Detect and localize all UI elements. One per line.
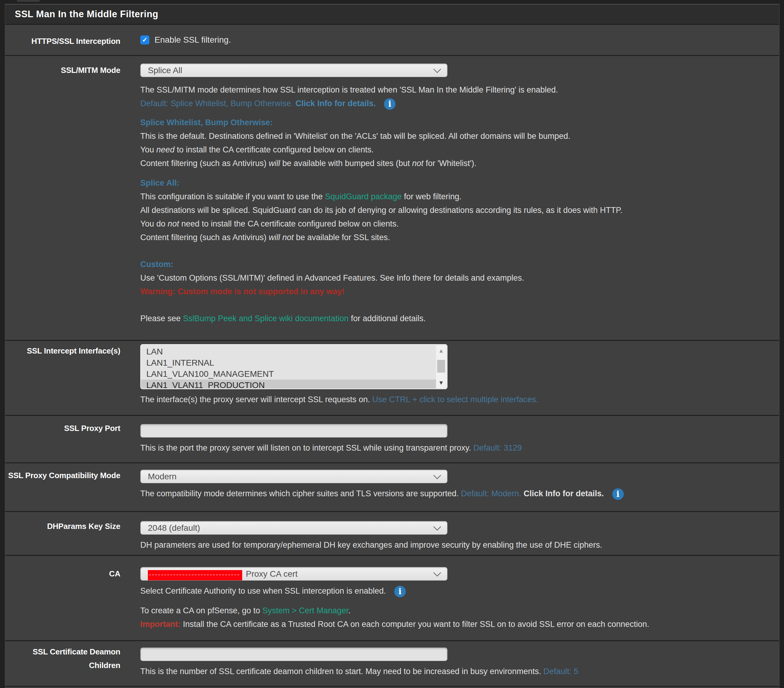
row-ssl-proxy-port: SSL Proxy Port This is the port the prox… [5,415,779,462]
info-icon[interactable]: i [394,586,406,597]
text-segment: Default: Splice Whitelist, Bump Otherwis… [140,99,295,108]
interface-option[interactable]: LAN1_INTERNAL [141,357,436,368]
mitm-mode-default-line: Default: Splice Whitelist, Bump Otherwis… [140,97,767,111]
ca-create-line: To create a CA on pfSense, go to System … [140,604,767,617]
paragraph-heading: Custom: [140,257,767,271]
paragraph-heading: Splice All: [140,176,767,190]
text-segment: will not [269,233,294,242]
text-segment: to install the CA certificate configured… [175,145,374,154]
interfaces-multiselect[interactable]: LANLAN1_INTERNALLAN1_VLAN100_MANAGEMENTL… [140,344,448,389]
compatibility-mode-select-value: Modern [148,472,176,482]
text-segment: Click Info for details. [295,99,376,108]
paragraph-line: This is the default. Destinations define… [140,129,767,143]
field-label-compatibility-mode: SSL Proxy Compatibility Mode [5,463,120,511]
text-segment: Default: 3129 [473,443,522,452]
scroll-down-icon[interactable]: ▼ [438,380,444,386]
row-partial-next [5,686,779,688]
field-label-dhparams: DHParams Key Size [5,512,120,555]
text-segment: You [140,145,156,154]
ca-select-value: Proxy CA cert [246,569,298,579]
info-icon[interactable]: i [384,98,395,110]
paragraph-line: Content filtering (such as Antivirus) wi… [140,231,767,244]
text-segment: for additional details. [349,314,426,323]
ssl-mitm-panel: SSL Man In the Middle Filtering HTTPS/SS… [5,4,779,688]
compatibility-description-text: The compatibility mode determines which … [140,489,604,498]
paragraph-splice-whitelist: Splice Whitelist, Bump Otherwise: This i… [140,116,767,170]
enable-ssl-filtering-checkbox[interactable]: ✓ [140,35,149,45]
ca-important-line: Important: Install the CA certificate as… [140,617,767,631]
text-segment: You do [140,219,168,228]
row-ca: CA Proxy CA cert Select Certificate Auth… [5,555,779,640]
text-segment: Content filtering (such as Antivirus) [140,233,269,242]
ssl-proxy-port-input[interactable] [140,424,448,437]
scrollbar-thumb[interactable] [437,360,445,373]
row-dhparams-key-size: DHParams Key Size 2048 (default) DH para… [5,511,779,555]
ca-select[interactable]: Proxy CA cert [140,567,448,581]
text-segment: DH parameters are used for temporary/eph… [140,540,602,549]
panel-header: SSL Man In the Middle Filtering [5,4,779,24]
ca-description-text: Select Certificate Authority to use when… [140,586,386,596]
text-segment: This is the port the proxy server will l… [140,443,473,452]
deamon-children-description: This is the number of SSL certificate de… [140,665,767,678]
text-segment: need to install the CA certificate confi… [179,219,399,228]
row-ssl-intercept-interfaces: SSL Intercept Interface(s) LANLAN1_INTER… [5,340,779,415]
paragraph-body: This configuration is suitable if you wa… [140,190,767,244]
paragraph-line: Use 'Custom Options (SSL/MITM)' defined … [140,271,767,285]
proxy-port-description: This is the port the proxy server will l… [140,441,767,455]
field-label-deamon-children: SSL Certificate Deamon Children [5,641,120,686]
redacted-ca-name [148,570,242,580]
text-segment: for 'Whitelist'). [423,159,476,168]
text-segment: Default: Modern. [461,489,522,498]
text-segment: The compatibility mode determines which … [140,489,461,498]
interface-option[interactable]: LAN1_VLAN11_PRODUCTION [141,379,436,389]
dhparams-key-size-select[interactable]: 2048 (default) [140,521,448,535]
text-segment: need [156,145,175,154]
text-segment: not [168,219,179,228]
ssl-mitm-mode-select[interactable]: Splice All [140,64,448,77]
field-label-interfaces: SSL Intercept Interface(s) [5,341,120,415]
text-segment: This configuration is suitable if you wa… [140,192,325,201]
paragraph-line: You do not need to install the CA certif… [140,217,767,231]
field-label-interception: HTTPS/SSL Interception [5,25,120,55]
compatibility-mode-select[interactable]: Modern [140,470,448,483]
paragraph-line: All destinations will be spliced. SquidG… [140,203,767,217]
mitm-footer-line: Please see SslBump Peek and Splice wiki … [140,312,767,325]
paragraph-heading: Splice Whitelist, Bump Otherwise: [140,116,767,129]
text-segment: Use CTRL + click to select multiple inte… [372,395,538,404]
text-segment: Please see [140,314,183,323]
text-segment: To create a CA on pfSense, go to [140,606,262,615]
interface-option[interactable]: LAN [141,346,436,357]
text-segment: Important: [140,620,181,629]
dhparams-description: DH parameters are used for temporary/eph… [140,538,767,552]
link[interactable]: SslBump Peek and Splice wiki documentati… [183,314,349,323]
scroll-up-icon[interactable]: ▲ [438,348,444,353]
text-segment: Content filtering (such as Antivirus) [140,159,269,168]
interface-option[interactable]: LAN1_VLAN100_MANAGEMENT [141,368,436,379]
info-icon[interactable]: i [612,488,624,500]
link[interactable]: SquidGuard package [325,192,402,201]
panel-title: SSL Man In the Middle Filtering [15,9,158,20]
deamon-children-input[interactable] [140,647,448,661]
text-segment: will [269,159,280,168]
text-segment: This is the number of SSL certificate de… [140,667,544,676]
chevron-down-icon [433,523,441,533]
row-ssl-proxy-compatibility-mode: SSL Proxy Compatibility Mode Modern The … [5,462,779,511]
text-segment: Install the CA certificate as a Trusted … [181,620,649,629]
paragraph-body: This is the default. Destinations define… [140,129,767,170]
enable-ssl-filtering-label[interactable]: Enable SSL filtering. [155,35,231,45]
text-segment: Select Certificate Authority to use when… [140,586,386,596]
paragraph-custom: Custom: Use 'Custom Options (SSL/MITM)' … [140,257,767,299]
text-segment: be available for SSL sites. [293,233,390,242]
interfaces-option-list: LANLAN1_INTERNALLAN1_VLAN100_MANAGEMENTL… [141,346,447,389]
link[interactable]: System > Cert Manager [262,606,348,615]
mitm-default-text: Default: Splice Whitelist, Bump Otherwis… [140,99,376,108]
chevron-down-icon [433,569,441,579]
paragraph-body: Use 'Custom Options (SSL/MITM)' defined … [140,271,767,299]
text-segment: not [412,159,423,168]
text-segment: Click Info for details. [521,489,604,498]
text-segment: . [348,606,351,615]
check-icon: ✓ [142,36,148,43]
field-label-proxy-port: SSL Proxy Port [5,416,120,462]
multiselect-scrollbar[interactable]: ▲ ▼ [436,345,446,388]
text-segment: The interface(s) the proxy server will i… [140,395,372,404]
